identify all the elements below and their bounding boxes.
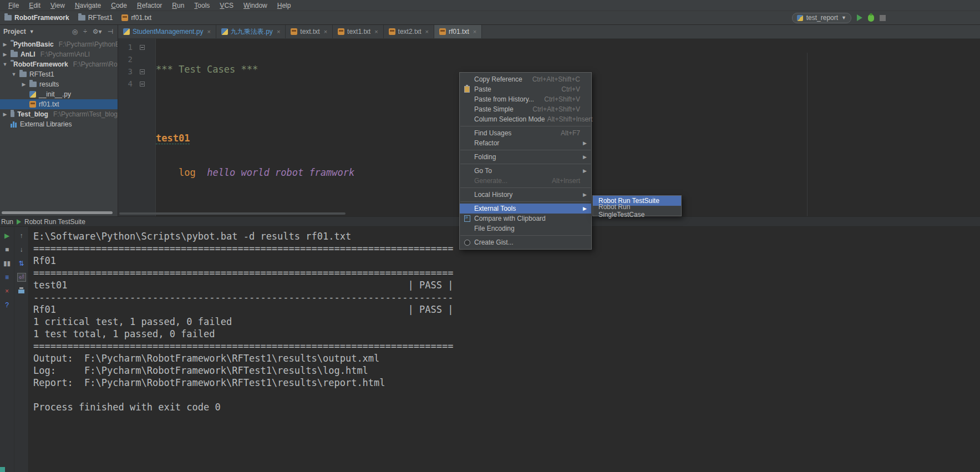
menu-view[interactable]: View [45, 2, 70, 9]
help-button[interactable]: ? [3, 301, 12, 309]
chevron-down-icon[interactable]: ▼ [29, 29, 34, 34]
menu-item-paste-simple[interactable]: Paste SimpleCtrl+Alt+Shift+V [460, 104, 591, 114]
code-content[interactable]: *** Test Cases *** test01 log hello worl… [156, 39, 354, 216]
line-number: 4 [118, 79, 133, 88]
menu-item-paste-from-history[interactable]: Paste from History...Ctrl+Shift+V [460, 94, 591, 104]
tree-item-init-py[interactable]: __init__.py [0, 89, 118, 99]
menu-separator [460, 150, 591, 150]
run-button[interactable] [857, 14, 862, 21]
project-panel-title: Project [3, 28, 26, 35]
scroll-to-end-button[interactable]: ⇅ [17, 259, 26, 268]
rf-keyword: log [179, 167, 196, 178]
menu-run[interactable]: Run [167, 2, 189, 9]
menu-separator [460, 201, 591, 202]
menu-help[interactable]: Help [272, 2, 296, 9]
run-console-output[interactable]: E:\Software\Python\Scripts\pybot.bat -d … [29, 227, 453, 472]
horizontal-scrollbar[interactable] [119, 212, 346, 215]
submenu-arrow-icon: ▶ [582, 192, 587, 197]
menu-vcs[interactable]: VCS [215, 2, 238, 9]
fold-marker-icon[interactable] [140, 82, 145, 87]
rerun-button[interactable]: ▶ [3, 231, 12, 240]
close-icon[interactable]: × [473, 28, 476, 35]
libraries-icon [11, 121, 17, 128]
soft-wrap-button[interactable]: ⏎ [17, 273, 26, 282]
chevron-right-icon[interactable]: ▶ [2, 42, 8, 47]
menu-navigate[interactable]: Navigate [70, 2, 106, 9]
show-passed-icon[interactable]: ≡ [3, 273, 12, 282]
navigation-bar: RobotFramework RFTest1 rf01.txt test_rep… [0, 11, 980, 25]
close-icon[interactable]: × [207, 28, 210, 35]
horizontal-scrollbar[interactable] [2, 211, 113, 214]
tab-rf01-txt-active[interactable]: rf01.txt × [434, 25, 482, 38]
breadcrumb-rftest1[interactable]: RFTest1 [78, 14, 113, 22]
menu-item-create-gist[interactable]: Create Gist... [460, 237, 591, 247]
stop-button[interactable] [880, 15, 886, 21]
tab-text1-txt[interactable]: text1.txt × [333, 25, 383, 38]
tree-item-robotframework[interactable]: ▼ RobotFramework F:\Pycharm\RobotFra [0, 59, 118, 69]
menu-item-find-usages[interactable]: Find UsagesAlt+F7 [460, 128, 591, 138]
menu-edit[interactable]: Edit [24, 2, 45, 9]
tree-item-rftest1[interactable]: ▼ RFTest1 [0, 69, 118, 79]
run-toolbar-console: ↑ ↓ ⇅ ⏎ [14, 227, 29, 472]
pause-output-button[interactable]: ▮▮ [3, 259, 12, 268]
menu-item-external-tools[interactable]: External Tools▶ [460, 204, 591, 214]
tree-item-pythonbasic[interactable]: ▶ PythonBasic F:\Pycharm\PythonBasic [0, 39, 118, 49]
close-panel-button[interactable]: × [3, 287, 12, 296]
tab-text2-txt[interactable]: text2.txt × [384, 25, 434, 38]
collapse-all-icon[interactable]: ÷ [82, 28, 88, 35]
close-icon[interactable]: × [425, 28, 429, 35]
editor-tab-bar: StudentManagement.py × 九九乘法表.py × text.t… [118, 25, 980, 39]
close-icon[interactable]: × [277, 28, 280, 35]
menu-item-copy-reference[interactable]: Copy ReferenceCtrl+Alt+Shift+C [460, 74, 591, 84]
debug-button[interactable] [868, 14, 874, 22]
menu-item-file-encoding[interactable]: File Encoding [460, 224, 591, 234]
folder-icon [4, 15, 12, 21]
menu-file[interactable]: File [3, 2, 24, 9]
run-config-select[interactable]: test_report ▼ [792, 13, 851, 23]
menu-tools[interactable]: Tools [189, 2, 215, 9]
chevron-right-icon[interactable]: ▶ [21, 82, 27, 87]
menu-item-paste[interactable]: PasteCtrl+V [460, 84, 591, 94]
breadcrumb-rf01[interactable]: rf01.txt [121, 14, 151, 22]
fold-marker-icon[interactable] [140, 45, 145, 50]
menu-refactor[interactable]: Refactor [132, 2, 167, 9]
locate-file-icon[interactable]: ◎ [71, 28, 79, 35]
menu-item-column-selection-mode[interactable]: Column Selection ModeAlt+Shift+Insert [460, 114, 591, 124]
tree-item-external-libraries[interactable]: External Libraries [0, 119, 118, 129]
chevron-down-icon[interactable]: ▼ [2, 62, 8, 67]
menu-code[interactable]: Code [106, 2, 132, 9]
tab-text-txt[interactable]: text.txt × [286, 25, 333, 38]
hide-panel-icon[interactable]: ⊣ [106, 28, 114, 35]
tree-item-results[interactable]: ▶ results [0, 79, 118, 89]
fold-marker-icon[interactable] [140, 69, 145, 74]
submenu-item-robot-run-singletestcase[interactable]: Robot Run SingleTestCase [593, 206, 681, 216]
chevron-down-icon[interactable]: ▼ [11, 72, 17, 77]
prev-occurrence-button[interactable]: ↑ [17, 231, 26, 240]
chevron-right-icon[interactable]: ▶ [2, 52, 8, 57]
menu-item-refactor[interactable]: Refactor▶ [460, 138, 591, 148]
tree-item-anli[interactable]: ▶ AnLI F:\Pycharm\AnLI [0, 49, 118, 59]
tree-item-rf01-selected[interactable]: rf01.txt [0, 99, 118, 109]
editor-gutter: 1 2 3 4 [118, 39, 156, 216]
menu-window[interactable]: Window [238, 2, 272, 9]
line-number: 1 [118, 43, 133, 52]
tree-item-test-blog[interactable]: ▶ Test_blog F:\Pycharm\Test_blog [0, 109, 118, 119]
stop-process-button[interactable]: ■ [3, 245, 12, 254]
submenu-arrow-icon: ▶ [582, 154, 587, 160]
tab-multiplication-table-py[interactable]: 九九乘法表.py × [216, 25, 286, 38]
run-tab-label[interactable]: Run [1, 218, 13, 226]
menu-item-local-history[interactable]: Local History▶ [460, 190, 591, 200]
breadcrumb-robotframework[interactable]: RobotFramework [4, 14, 69, 22]
rf-section-header: *** Test Cases *** [156, 64, 258, 75]
chevron-right-icon[interactable]: ▶ [2, 111, 8, 117]
menu-item-go-to[interactable]: Go To▶ [460, 166, 591, 176]
close-icon[interactable]: × [374, 28, 378, 35]
settings-gear-icon[interactable]: ⚙▾ [92, 28, 103, 35]
menu-item-folding[interactable]: Folding▶ [460, 152, 591, 162]
project-panel-header: Project ▼ ◎ ÷ ⚙▾ ⊣ [0, 25, 118, 38]
close-icon[interactable]: × [324, 28, 327, 35]
tab-studentmanagement-py[interactable]: StudentManagement.py × [118, 25, 216, 38]
print-button[interactable] [17, 287, 26, 296]
menu-item-compare-with-clipboard[interactable]: Compare with Clipboard [460, 214, 591, 224]
next-occurrence-button[interactable]: ↓ [17, 245, 26, 254]
